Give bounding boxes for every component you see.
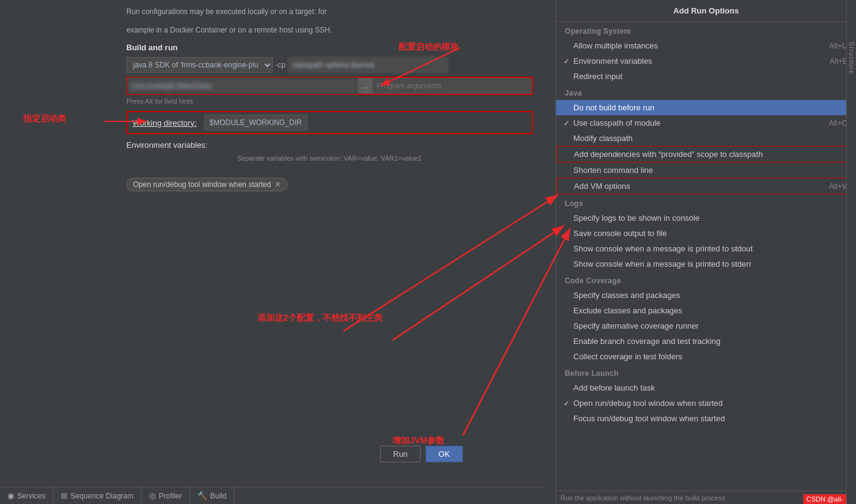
profiler-label: Profiler	[159, 492, 182, 500]
services-icon: ◉	[7, 491, 14, 500]
dialog-body: Run configurations may be executed local…	[117, 0, 543, 201]
panel-section-header: Code Coverage	[556, 272, 856, 288]
panel-item[interactable]: Collect coverage in test folders	[556, 349, 856, 364]
ok-button[interactable]: OK	[426, 446, 463, 462]
checkmark-icon: ✓	[564, 57, 570, 66]
structure-tab[interactable]: Structure	[848, 37, 855, 80]
panel-item[interactable]: Add VM optionsAlt+V	[556, 178, 856, 194]
info-text-2: example in a Docker Container or on a re…	[126, 25, 533, 36]
panel-item-label: Add dependencies with “provided” scope t…	[574, 150, 763, 159]
panel-item[interactable]: Show console when a message is printed t…	[556, 256, 856, 272]
shortcut-label: Alt+O	[829, 119, 847, 128]
panel-item[interactable]: Specify logs to be shown in console	[556, 210, 856, 226]
debug-chip-label: Open run/debug tool window when started	[133, 180, 271, 189]
info-text-1: Run configurations may be executed local…	[126, 6, 533, 17]
services-label: Services	[17, 492, 45, 500]
panel-item[interactable]: Focus run/debug tool window when started	[556, 411, 856, 426]
add-run-options-panel: Add Run Options Operating SystemAllow mu…	[556, 0, 856, 504]
dialog-footer: Run OK	[380, 446, 463, 462]
panel-item[interactable]: Redirect input	[556, 69, 856, 84]
section-title-build-run: Build and run	[126, 43, 533, 52]
panel-item[interactable]: Allow multiple instancesAlt+U	[556, 38, 856, 53]
panel-item[interactable]: Enable branch coverage and test tracking	[556, 334, 856, 349]
toolbar-tab-sequence[interactable]: ⊞ Sequence Diagram	[53, 487, 142, 505]
run-button[interactable]: Run	[380, 446, 421, 462]
checkmark-icon: ✓	[564, 119, 570, 128]
panel-item-label: Shorten command line	[573, 166, 653, 175]
main-class-input[interactable]	[128, 78, 357, 94]
panel-item-label: Focus run/debug tool window when started	[573, 414, 725, 423]
panel-item[interactable]: Specify alternative coverage runner	[556, 318, 856, 334]
panel-item[interactable]: Exclude classes and packages	[556, 303, 856, 318]
shortcut-label: Alt+E	[830, 57, 847, 66]
checkmark-icon: ✓	[564, 399, 570, 408]
toolbar-tab-profiler[interactable]: ◎ Profiler	[142, 487, 190, 505]
panel-item-label: Specify logs to be shown in console	[573, 213, 700, 223]
panel-item[interactable]: Add before launch task	[556, 380, 856, 395]
build-icon: 🔨	[197, 491, 207, 500]
panel-item-label: Enable branch coverage and test tracking	[573, 337, 720, 346]
hint-text: Press Alt for field hints	[126, 97, 533, 105]
panel-item-label: Collect coverage in test folders	[573, 352, 682, 361]
panel-item[interactable]: Specify classes and packages	[556, 288, 856, 303]
panel-item[interactable]: Save console output to file	[556, 226, 856, 241]
profiler-icon: ◎	[149, 491, 156, 500]
annotation-specify-main-class: 指定启动类	[23, 113, 66, 124]
cp-label: -cp	[275, 61, 286, 69]
panel-item-label: Redirect input	[573, 72, 622, 81]
panel-item[interactable]: Do not build before run	[556, 100, 856, 115]
java-sdk-select[interactable]: java 8 SDK of 'frms-ccbank-engine-plu	[126, 57, 273, 73]
debug-chip: Open run/debug tool window when started …	[126, 178, 288, 191]
panel-section-header: Before Launch	[556, 364, 856, 380]
panel-item-label: Allow multiple instances	[573, 41, 658, 50]
working-dir-row: Working directory:	[126, 111, 533, 134]
toolbar-tab-build[interactable]: 🔨 Build	[190, 487, 235, 505]
panel-item-label: Environment variables	[573, 56, 652, 66]
panel-item-label: Open run/debug tool window when started	[573, 399, 723, 408]
working-dir-label: Working directory:	[132, 118, 197, 128]
panel-title: Add Run Options	[556, 0, 856, 22]
panel-item[interactable]: ✓Environment variablesAlt+E	[556, 53, 856, 69]
build-label: Build	[210, 492, 227, 500]
panel-item-label: Add VM options	[574, 181, 630, 191]
cp-input[interactable]	[288, 57, 448, 73]
panel-item[interactable]: ✓Open run/debug tool window when started	[556, 395, 856, 411]
panel-item-label: Do not build before run	[573, 103, 654, 112]
bottom-toolbar: ◉ Services ⊞ Sequence Diagram ◎ Profiler…	[0, 487, 546, 504]
panel-item[interactable]: Modify classpath	[556, 131, 856, 146]
toolbar-tab-services[interactable]: ◉ Services	[0, 487, 53, 505]
main-class-row: …	[126, 77, 533, 95]
panel-item-label: Use classpath of module	[573, 118, 660, 128]
build-run-section: Build and run java 8 SDK of 'frms-ccbank…	[126, 43, 533, 105]
program-args-input[interactable]	[372, 78, 532, 94]
env-hint: Separate variables with semicolon: VAR=v…	[126, 155, 533, 162]
panel-item[interactable]: Add dependencies with “provided” scope t…	[556, 146, 856, 162]
panel-item-label: Specify alternative coverage runner	[573, 321, 699, 330]
panel-item-label: Show console when a message is printed t…	[573, 244, 753, 253]
panel-item[interactable]: ✓Use classpath of moduleAlt+O	[556, 115, 856, 131]
sdk-row: java 8 SDK of 'frms-ccbank-engine-plu -c…	[126, 57, 533, 73]
right-side-vertical: Structure	[846, 0, 856, 504]
panel-item-label: Add before launch task	[573, 383, 655, 392]
shortcut-label: Alt+U	[829, 42, 847, 50]
panel-section-header: Logs	[556, 194, 856, 210]
browse-main-class-btn[interactable]: …	[357, 78, 372, 94]
status-bar-text: Run the application without launching th…	[560, 494, 725, 502]
panel-item-label: Exclude classes and packages	[573, 306, 682, 315]
debug-chip-close[interactable]: ✕	[275, 180, 281, 189]
env-vars-label: Environment variables:	[126, 140, 533, 150]
panel-item-label: Modify classpath	[573, 134, 633, 143]
sequence-icon: ⊞	[61, 491, 67, 500]
panel-section-header: Operating System	[556, 22, 856, 38]
panel-item[interactable]: Show console when a message is printed t…	[556, 241, 856, 256]
panel-item-label: Save console output to file	[573, 229, 667, 238]
panel-item-label: Show console when a message is printed t…	[573, 259, 752, 269]
shortcut-label: Alt+V	[829, 182, 847, 191]
working-dir-input[interactable]	[204, 115, 307, 131]
run-config-dialog: Run configurations may be executed local…	[117, 0, 543, 448]
panel-item-label: Specify classes and packages	[573, 291, 680, 300]
sequence-label: Sequence Diagram	[71, 492, 134, 500]
panel-section-header: Java	[556, 84, 856, 100]
csdn-label: CSDN @all-	[803, 494, 846, 504]
panel-item[interactable]: Shorten command line	[556, 162, 856, 178]
